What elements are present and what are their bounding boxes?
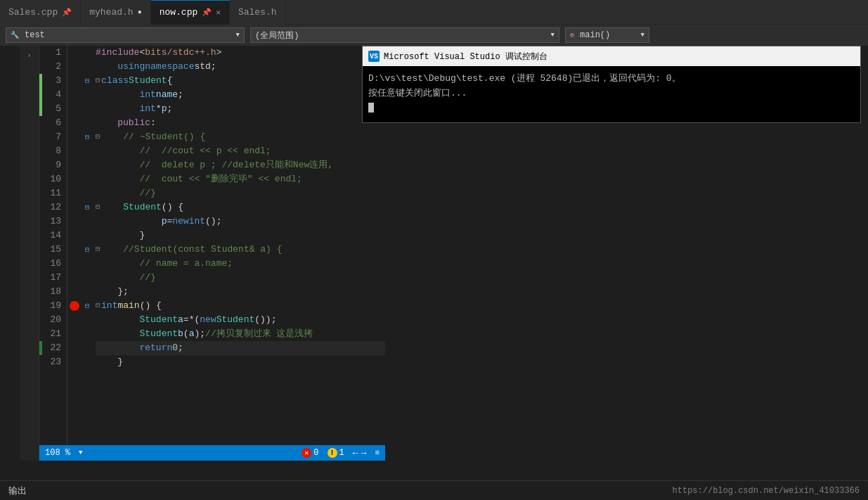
code-line-14: } bbox=[96, 229, 385, 243]
code-line-18: }; bbox=[96, 285, 385, 299]
tab-close-now-cpp[interactable]: ✕ bbox=[216, 8, 221, 17]
code-line-2: using namespace std; bbox=[96, 60, 385, 74]
nav-arrows: ← → bbox=[353, 448, 367, 459]
code-line-17: //} bbox=[96, 271, 385, 285]
console-line2: 按任意键关闭此窗口... bbox=[368, 86, 855, 101]
tab-label-sales-cpp: Sales.cpp bbox=[8, 7, 58, 18]
scope-dropdown[interactable]: (全局范围) ▼ bbox=[250, 27, 559, 43]
project-label: test bbox=[25, 30, 45, 40]
code-line-22: return 0; bbox=[96, 341, 385, 355]
project-dropdown[interactable]: 🔧 test ▼ bbox=[6, 27, 245, 43]
code-line-8: // //cout << p << endl; bbox=[96, 144, 385, 158]
scope-chevron-icon: ▼ bbox=[551, 32, 555, 39]
warning-icon: ! bbox=[328, 448, 337, 458]
tab-now-cpp[interactable]: now.cpp 📌 ✕ bbox=[151, 0, 230, 25]
code-line-21: Student b(a); //拷贝复制过来 这是浅拷 bbox=[96, 327, 385, 341]
code-line-4: int name; bbox=[96, 88, 385, 102]
code-line-16: // name = a.name; bbox=[96, 257, 385, 271]
function-chevron-icon: ▼ bbox=[641, 32, 644, 39]
vs-icon: VS bbox=[368, 51, 380, 62]
sidebar-arrow-icon[interactable]: › bbox=[22, 49, 37, 63]
warning-count: 1 bbox=[339, 448, 344, 458]
code-line-12: ⊟ Student() { bbox=[96, 200, 385, 214]
status-bar: 108 % ▼ ✕ 0 ! 1 ← → ≡ bbox=[39, 445, 385, 461]
tab-bar: Sales.cpp 📌 myhead.h ● now.cpp 📌 ✕ Sales… bbox=[0, 0, 868, 25]
code-line-10: // cout << "删除完毕" << endl; bbox=[96, 172, 385, 186]
tab-label-now-cpp: now.cpp bbox=[160, 7, 198, 18]
error-badge[interactable]: ✕ 0 bbox=[302, 448, 318, 458]
zoom-level: 108 % bbox=[45, 448, 70, 458]
nav-back-arrow[interactable]: ← bbox=[353, 448, 358, 459]
nav-area: 🔧 test ▼ (全局范围) ▼ ⊕ main() ▼ bbox=[0, 25, 868, 46]
error-icon: ✕ bbox=[302, 448, 311, 458]
error-count: 0 bbox=[313, 448, 318, 458]
tab-pin-now-cpp: 📌 bbox=[202, 8, 212, 17]
code-lines-container[interactable]: #include<bits/stdc++.h> using namespace … bbox=[93, 46, 385, 461]
code-line-3: ⊟class Student { bbox=[96, 74, 385, 88]
scope-label: (全局范围) bbox=[255, 30, 299, 41]
console-cursor bbox=[368, 103, 374, 113]
code-line-13: p = new int(); bbox=[96, 214, 385, 229]
code-line-9: // delete p ; //delete只能和New连用, bbox=[96, 158, 385, 172]
code-line-1: #include<bits/stdc++.h> bbox=[96, 46, 385, 60]
code-line-7: ⊟ // ~Student() { bbox=[96, 130, 385, 144]
tab-sales-cpp[interactable]: Sales.cpp 📌 bbox=[0, 0, 81, 25]
console-body: D:\vs\test\Debug\test.exe (进程 52648)已退出，… bbox=[363, 66, 860, 122]
code-line-23: } bbox=[96, 355, 385, 369]
console-dialog: VS Microsoft Visual Studio 调试控制台 D:\vs\t… bbox=[362, 46, 861, 123]
tab-pin-sales-cpp: 📌 bbox=[62, 8, 72, 17]
left-sidebar: › bbox=[20, 46, 39, 461]
nav-forward-arrow[interactable]: → bbox=[361, 448, 367, 459]
project-chevron-icon: ▼ bbox=[236, 32, 240, 39]
editor-container: 12345 678910 1112131415 1617181920 21222… bbox=[39, 46, 385, 461]
code-line-6: public: bbox=[96, 116, 385, 130]
console-cursor-line bbox=[368, 101, 855, 116]
code-line-5: int* p; bbox=[96, 102, 385, 116]
code-area: 12345 678910 1112131415 1617181920 21222… bbox=[39, 46, 385, 461]
warning-badge[interactable]: ! 1 bbox=[328, 448, 344, 458]
tab-myhead-h[interactable]: myhead.h ● bbox=[81, 0, 150, 25]
console-title-bar: VS Microsoft Visual Studio 调试控制台 bbox=[363, 46, 860, 66]
breakpoint-gutter bbox=[67, 46, 82, 461]
console-line1: D:\vs\test\Debug\test.exe (进程 52648)已退出，… bbox=[368, 72, 855, 86]
output-label: 输出 bbox=[8, 485, 27, 497]
function-dropdown[interactable]: ⊕ main() ▼ bbox=[565, 27, 649, 43]
collapse-gutter: ⊟ ⊟ ⊟ ⊟ ⊟ bbox=[82, 46, 93, 461]
code-line-20: Student a=*(new Student()); bbox=[96, 313, 385, 327]
zoom-dropdown-icon[interactable]: ▼ bbox=[79, 449, 82, 456]
tab-modified-myhead-h: ● bbox=[138, 8, 142, 16]
tab-label-myhead-h: myhead.h bbox=[89, 7, 133, 18]
code-line-19: ⊟int main() { bbox=[96, 299, 385, 313]
tab-label-sales-h: Sales.h bbox=[238, 7, 277, 18]
function-label: main() bbox=[580, 30, 610, 40]
code-line-11: //} bbox=[96, 186, 385, 200]
tab-sales-h[interactable]: Sales.h bbox=[230, 0, 286, 25]
line-numbers: 12345 678910 1112131415 1617181920 21222… bbox=[42, 46, 67, 461]
output-bar: 输出 https://blog.csdn.net/weixin_41033366 bbox=[0, 480, 868, 500]
code-line-15: ⊟ //Student(const Student& a) { bbox=[96, 243, 385, 257]
nav-extra-icon: ≡ bbox=[375, 449, 380, 457]
console-title: Microsoft Visual Studio 调试控制台 bbox=[384, 51, 548, 63]
breakpoint-line19 bbox=[70, 301, 79, 311]
csdn-link[interactable]: https://blog.csdn.net/weixin_41033366 bbox=[673, 486, 860, 496]
